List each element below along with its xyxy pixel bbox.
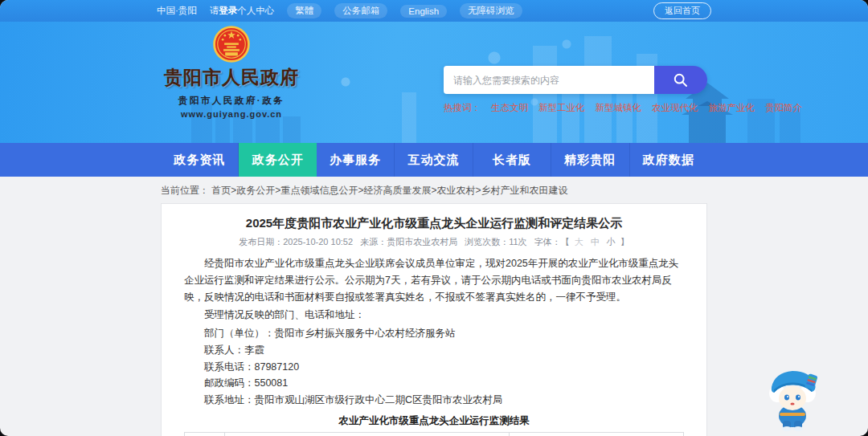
nav-item-hudong-jiaoliu[interactable]: 互动交流: [395, 143, 473, 177]
mascot-assistant[interactable]: [764, 363, 821, 432]
breadcrumb-link[interactable]: 乡村产业和农田建设: [481, 185, 567, 196]
login-pre: 请: [210, 6, 219, 15]
font-size-label-close: 】: [620, 237, 629, 247]
topbar-link-official-mail[interactable]: 公务邮箱: [334, 3, 387, 18]
contact-postcode: 邮政编码：550081: [184, 375, 684, 392]
search-block: 热搜词： 生态文明 新型工业化 新型城镇化 农业现代化 旅游产业化 贵阳简介: [444, 66, 707, 114]
search-button[interactable]: [654, 66, 707, 94]
article-meta: 发布日期：2025-10-20 10:52 来源：贵阳市农业农村局 浏览次数：1…: [184, 236, 684, 248]
contact-phone: 联系电话：87987120: [184, 359, 684, 376]
back-home-button[interactable]: 返回首页: [653, 2, 711, 19]
font-size-medium-button[interactable]: 中: [591, 237, 600, 247]
nav-item-zhangzhe-ban[interactable]: 长者版: [473, 143, 551, 177]
nav-item-zhengfu-shuju[interactable]: 政府数据: [630, 143, 707, 177]
national-emblem-icon: [213, 26, 250, 63]
table-header-row: 序号 企业名称 监测结果: [185, 432, 684, 436]
font-size-small-button[interactable]: 小: [607, 237, 616, 247]
topbar-link-china-guiyang[interactable]: 中国·贵阳: [157, 5, 197, 17]
contact-person: 联系人：李霞: [184, 342, 684, 359]
topbar-link-english[interactable]: English: [400, 5, 447, 18]
breadcrumb-label: 当前位置：: [161, 185, 209, 196]
topbar-link-traditional-chinese[interactable]: 繁體: [287, 3, 321, 18]
breadcrumb-link-home[interactable]: 首页: [211, 185, 231, 196]
login-post: 个人中心: [237, 6, 274, 15]
monitoring-result-table: 序号 企业名称 监测结果 1 贵州合力超市采购有限公司 合格 2 贵州友禾种业有…: [184, 432, 684, 436]
font-size-large-button[interactable]: 大: [575, 237, 583, 247]
mascot-icon: [764, 363, 821, 432]
hot-word-link[interactable]: 农业现代化: [652, 102, 698, 114]
search-input[interactable]: [444, 66, 654, 94]
hot-word-link[interactable]: 旅游产业化: [709, 102, 755, 114]
contact-department: 部门（单位）：贵阳市乡村振兴服务中心农村经济服务站: [184, 325, 684, 342]
font-size-label: 字体：【: [534, 237, 570, 247]
breadcrumb-link[interactable]: 重点领域信息公开: [280, 185, 358, 196]
page: 中国·贵阳 请登录个人中心 繁體 公务邮箱 English 无障碍浏览 返回首页: [0, 0, 868, 436]
breadcrumb-link[interactable]: 政务公开: [236, 185, 275, 196]
result-table-caption: 农业产业化市级重点龙头企业运行监测结果: [184, 414, 684, 428]
publish-date: 发布日期：2025-10-20 10:52: [239, 237, 353, 247]
hot-word-link[interactable]: 新型工业化: [538, 102, 585, 114]
hot-word-link[interactable]: 生态文明: [491, 102, 528, 114]
col-header-result: 监测结果: [509, 432, 683, 436]
nav-item-zhengwu-gongkai[interactable]: 政务公开: [239, 143, 316, 177]
breadcrumb: 当前位置： 首页>政务公开>重点领域信息公开>经济高质量发展>农业农村>乡村产业…: [161, 184, 707, 198]
hot-word-link[interactable]: 贵阳简介: [765, 102, 802, 114]
hot-search-label: 热搜词：: [444, 102, 481, 114]
breadcrumb-link[interactable]: 经济高质量发展: [363, 185, 431, 196]
topbar-link-accessibility[interactable]: 无障碍浏览: [460, 3, 522, 18]
nav-item-jingcai-guiyang[interactable]: 精彩贵阳: [551, 143, 629, 177]
article-card: 2025年度贵阳市农业产业化市级重点龙头企业运行监测和评定结果公示 发布日期：2…: [161, 203, 707, 436]
article-paragraph: 经贵阳市农业产业化市级重点龙头企业联席会议成员单位审定，现对2025年开展的农业…: [184, 255, 684, 305]
search-icon: [673, 72, 689, 88]
col-header-company: 企业名称: [224, 432, 509, 436]
site-logo-block[interactable]: 贵阳市人民政府 贵阳市人民政府·政务 www.guiyang.gov.cn: [162, 26, 301, 119]
breadcrumb-link[interactable]: 农业农村: [436, 185, 475, 196]
site-title: 贵阳市人民政府: [162, 65, 301, 90]
hot-search-words: 热搜词： 生态文明 新型工业化 新型城镇化 农业现代化 旅游产业化 贵阳简介: [444, 102, 707, 114]
nav-item-banshi-fuwu[interactable]: 办事服务: [317, 143, 395, 177]
hot-word-link[interactable]: 新型城镇化: [596, 102, 642, 114]
site-url: www.guiyang.gov.cn: [162, 109, 301, 119]
topbar: 中国·贵阳 请登录个人中心 繁體 公务邮箱 English 无障碍浏览 返回首页: [0, 0, 868, 22]
contact-address: 联系地址：贵阳市观山湖区市级行政中心二期C区贵阳市农业农村局: [184, 392, 684, 409]
site-subtitle: 贵阳市人民政府·政务: [162, 95, 301, 107]
nav-item-zhengwu-zixun[interactable]: 政务资讯: [161, 143, 239, 177]
col-header-serial: 序号: [185, 432, 225, 436]
main-nav: 政务资讯 政务公开 办事服务 互动交流 长者版 精彩贵阳 政府数据: [0, 143, 868, 177]
article-source: 来源：贵阳市农业农村局: [360, 237, 457, 247]
login-strong: 登录: [219, 6, 237, 15]
view-count: 浏览次数：11次: [465, 237, 526, 247]
article-title: 2025年度贵阳市农业产业化市级重点龙头企业运行监测和评定结果公示: [184, 216, 684, 231]
topbar-login-link[interactable]: 请登录个人中心: [210, 5, 275, 17]
header-banner: 贵阳市人民政府 贵阳市人民政府·政务 www.guiyang.gov.cn 热搜…: [0, 22, 868, 143]
article-paragraph: 受理情况反映的部门、电话和地址：: [184, 307, 684, 324]
